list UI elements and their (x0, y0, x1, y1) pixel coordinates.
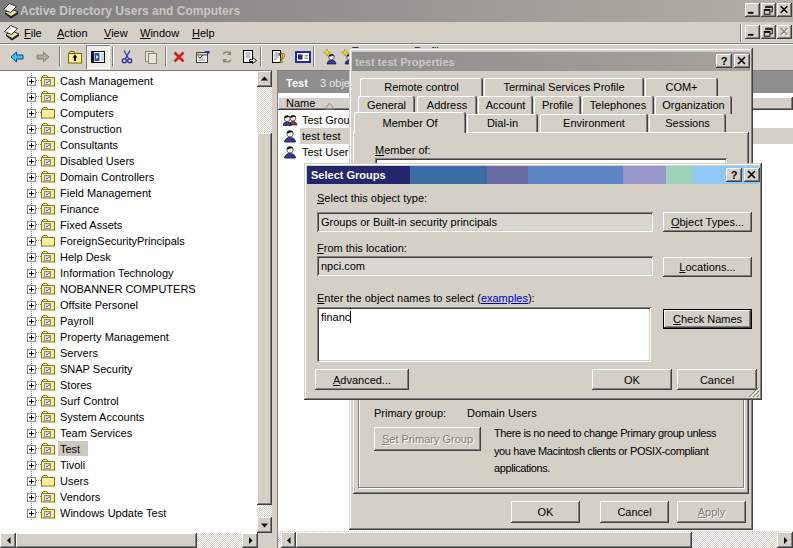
svg-text:?: ? (731, 169, 738, 181)
svg-text:?: ? (721, 55, 728, 67)
svg-text:?: ? (278, 50, 286, 65)
